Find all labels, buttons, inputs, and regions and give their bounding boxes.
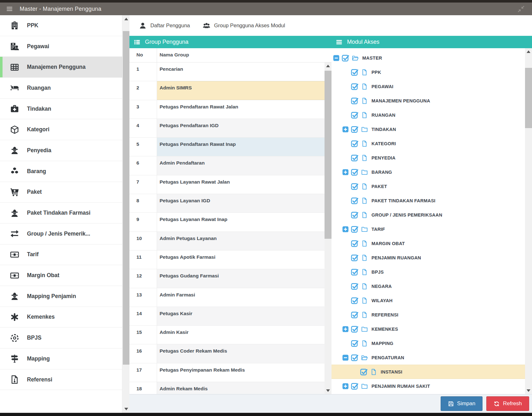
table-row[interactable]: 15Admin Kasir (129, 326, 332, 344)
group-name-cell[interactable]: Admin Petugas Layanan (157, 232, 332, 250)
table-row[interactable]: 7Petugas Layanan Rawat Jalan (129, 175, 332, 194)
checked-checkbox[interactable] (351, 97, 358, 105)
tree-node-margin-obat[interactable]: MARGIN OBAT (332, 236, 525, 250)
group-table-scrollbar[interactable] (325, 62, 332, 394)
checked-checkbox[interactable] (351, 183, 358, 190)
sidebar-item-kemenkes[interactable]: Kemenkes (0, 307, 122, 328)
checked-checkbox[interactable] (342, 54, 349, 62)
tree-node-master[interactable]: MASTER (332, 51, 525, 65)
sidebar-item-tindakan[interactable]: Tindakan (0, 99, 122, 120)
tree-node-manajemen-pengguna[interactable]: MANAJEMEN PENGGUNA (332, 94, 525, 108)
group-name-cell[interactable]: Petugas Kasir (157, 307, 332, 325)
checked-checkbox[interactable] (351, 68, 358, 76)
collapse-node-button[interactable] (333, 55, 340, 62)
checked-checkbox[interactable] (351, 168, 358, 176)
table-row[interactable]: 6Admin Pendaftaran (129, 156, 332, 175)
checked-checkbox[interactable] (351, 211, 358, 219)
checked-checkbox[interactable] (351, 126, 358, 133)
sidebar-scroll-thumb[interactable] (123, 31, 129, 365)
group-name-cell[interactable]: Admin Farmasi (157, 288, 332, 307)
sidebar-item-referensi[interactable]: Referensi (0, 369, 122, 390)
tree-node-barang[interactable]: BARANG (332, 165, 525, 179)
checked-checkbox[interactable] (351, 83, 358, 90)
sidebar-item-pegawai[interactable]: Pegawai (0, 36, 122, 57)
table-row[interactable]: 17Petugas Penyimpanan Rekam Medis (129, 363, 332, 382)
checked-checkbox[interactable] (351, 297, 358, 304)
group-name-cell[interactable]: Petugas Gudang Farmasi (157, 269, 332, 288)
group-name-cell[interactable]: Petugas Pendaftaran Rawat Jalan (157, 100, 332, 119)
group-scroll-down-arrow[interactable] (326, 389, 330, 392)
group-name-cell[interactable]: Petugas Layanan Rawat Jalan (157, 175, 332, 194)
table-row[interactable]: 18Admin Rekam Medis (129, 382, 332, 394)
tab-group-pengguna-akses-modul[interactable]: Group Pengguna Akses Modul (203, 22, 285, 29)
tab-daftar-pengguna[interactable]: Daftar Pengguna (139, 22, 190, 29)
tree-node-referensi[interactable]: REFERENSI (332, 308, 525, 322)
sidebar-item-mapping-penjamin[interactable]: Mapping Penjamin (0, 286, 122, 307)
table-row[interactable]: 12Petugas Gudang Farmasi (129, 269, 332, 288)
checked-checkbox[interactable] (351, 354, 358, 361)
expand-node-button[interactable] (342, 383, 349, 390)
group-name-cell[interactable]: Petugas Coder Rekam Medis (157, 344, 332, 363)
group-name-cell[interactable]: Admin SIMRS (157, 81, 332, 100)
tree-scroll-down-arrow[interactable] (527, 389, 530, 392)
table-row[interactable]: 5Petugas Pendaftaran Rawat Inap (129, 138, 332, 156)
checked-checkbox[interactable] (351, 140, 358, 147)
checked-checkbox[interactable] (351, 154, 358, 162)
tree-node-penjamin-rumah-sakit[interactable]: PENJAMIN RUMAH SAKIT (332, 379, 525, 393)
group-name-cell[interactable]: Admin Rekam Medis (157, 382, 332, 394)
tree-node-penyedia[interactable]: PENYEDIA (332, 151, 525, 165)
sidebar-item-paket[interactable]: Paket (0, 182, 122, 203)
tree-node-paket[interactable]: PAKET (332, 179, 525, 193)
group-name-cell[interactable]: Admin Kasir (157, 326, 332, 344)
sidebar-item-ruangan[interactable]: Ruangan (0, 78, 122, 99)
tree-scrollbar[interactable] (525, 48, 532, 394)
sidebar-item-tarif[interactable]: Tarif (0, 244, 122, 265)
table-row[interactable]: 9Petugas Layanan Rawat Inap (129, 213, 332, 231)
table-row[interactable]: 2Admin SIMRS (129, 81, 332, 100)
group-name-cell[interactable]: Petugas Layanan IGD (157, 194, 332, 212)
checked-checkbox[interactable] (360, 368, 368, 376)
tree-node-kategori[interactable]: KATEGORI (332, 136, 525, 151)
tree-node-mapping[interactable]: MAPPING (332, 336, 525, 350)
tree-node-group-jenis-pemeriksaan[interactable]: GROUP / JENIS PEMERIKSAAN (332, 208, 525, 222)
checked-checkbox[interactable] (351, 111, 358, 119)
sidebar-item-penyedia[interactable]: Penyedia (0, 140, 122, 161)
group-name-cell[interactable]: Pencarian (157, 62, 332, 81)
tree-node-tindakan[interactable]: TINDAKAN (332, 122, 525, 136)
collapse-node-button[interactable] (342, 354, 349, 361)
group-name-cell[interactable]: Admin Pendaftaran (157, 156, 332, 175)
tree-node-ruangan[interactable]: RUANGAN (332, 108, 525, 122)
tree-node-negara[interactable]: NEGARA (332, 279, 525, 293)
refresh-button[interactable]: Refresh (486, 396, 529, 411)
tree-node-penjamin-ruangan[interactable]: PENJAMIN RUANGAN (332, 250, 525, 265)
group-scroll-up-arrow[interactable] (326, 65, 330, 67)
sidebar-item-barang[interactable]: Barang (0, 161, 122, 182)
sidebar-item-group-jenis-pemerik[interactable]: Group / Jenis Pemerik... (0, 224, 122, 244)
tree-node-pegawai[interactable]: PEGAWAI (332, 79, 525, 94)
sidebar-item-kategori[interactable]: Kategori (0, 119, 122, 140)
tree-node-wilayah[interactable]: WILAYAH (332, 293, 525, 308)
sidebar-scroll-down-arrow[interactable] (124, 408, 128, 410)
checked-checkbox[interactable] (351, 240, 358, 247)
checked-checkbox[interactable] (351, 254, 358, 262)
table-row[interactable]: 14Petugas Kasir (129, 307, 332, 326)
sidebar-item-bpjs[interactable]: BPJS (0, 328, 122, 348)
checked-checkbox[interactable] (351, 268, 358, 276)
sidebar-scroll-up-arrow[interactable] (124, 18, 128, 20)
checked-checkbox[interactable] (351, 311, 358, 319)
checked-checkbox[interactable] (351, 197, 358, 205)
tree-scroll-thumb[interactable] (525, 68, 532, 128)
table-row[interactable]: 10Admin Petugas Layanan (129, 232, 332, 250)
checked-checkbox[interactable] (351, 283, 358, 290)
sidebar-item-paket-tindakan-farmasi[interactable]: Paket Tindakan Farmasi (0, 203, 122, 224)
expand-node-button[interactable] (342, 126, 349, 133)
table-row[interactable]: 13Admin Farmasi (129, 288, 332, 307)
expand-node-button[interactable] (342, 226, 349, 233)
tree-node-paket-tindakan-farmasi[interactable]: PAKET TINDAKAN FARMASI (332, 193, 525, 208)
checked-checkbox[interactable] (351, 382, 358, 390)
tree-node-instansi[interactable]: INSTANSI (332, 365, 525, 379)
group-name-cell[interactable]: Petugas Apotik Farmasi (157, 250, 332, 269)
tree-node-ppk[interactable]: PPK (332, 65, 525, 79)
sidebar-item-ppk[interactable]: PPK (0, 15, 122, 36)
tree-node-pengaturan[interactable]: PENGATURAN (332, 350, 525, 365)
